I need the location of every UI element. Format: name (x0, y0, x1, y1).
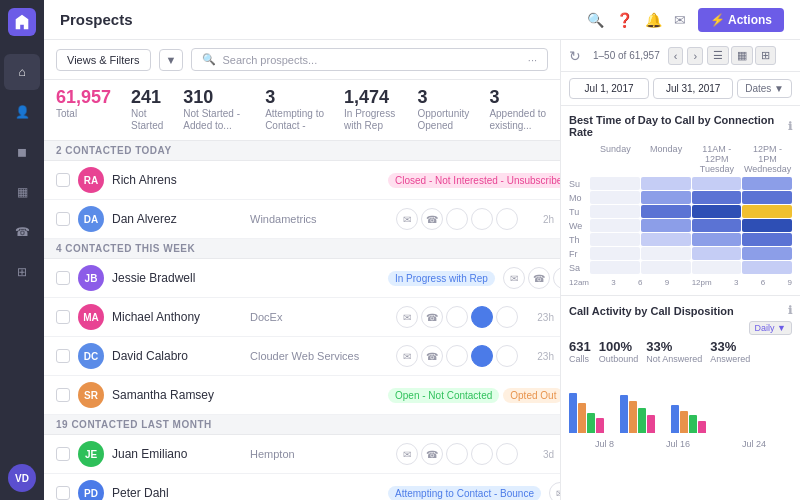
prospect-name[interactable]: Michael Anthony (112, 310, 242, 324)
action-btn-1[interactable]: ☎ (421, 443, 443, 465)
prospects-table: 2 CONTACTED TODAYRARich AhrensClosed - N… (44, 141, 560, 500)
sidebar-item-calls[interactable]: ☎ (4, 214, 40, 250)
action-btn-3[interactable] (471, 306, 493, 328)
sidebar-item-deals[interactable]: ◼ (4, 134, 40, 170)
table-row[interactable]: JBJessie BradwellIn Progress with Rep✉☎1… (44, 259, 560, 298)
sidebar-item-more1[interactable]: ⊞ (4, 254, 40, 290)
sidebar-item-home[interactable]: ⌂ (4, 54, 40, 90)
table-row[interactable]: JEJuan EmilianoHempton✉☎3d (44, 435, 560, 474)
prospect-avatar: SR (78, 382, 104, 408)
action-btn-0[interactable]: ✉ (549, 482, 560, 500)
prospect-name[interactable]: Dan Alverez (112, 212, 242, 226)
table-row[interactable]: DADan AlverezWindametrics✉☎2h (44, 200, 560, 239)
bar-segment (569, 393, 577, 433)
search-box[interactable]: 🔍 Search prospects... ··· (191, 48, 548, 71)
call-info-icon[interactable]: ℹ (788, 304, 792, 317)
heatmap-row-label: Tu (569, 205, 589, 218)
prospect-name[interactable]: Juan Emiliano (112, 447, 242, 461)
action-btn-3[interactable] (471, 208, 493, 230)
prospect-name[interactable]: Samantha Ramsey (112, 388, 242, 402)
prospect-name[interactable]: Jessie Bradwell (112, 271, 242, 285)
row-checkbox[interactable] (56, 271, 70, 285)
action-btn-2[interactable] (446, 208, 468, 230)
info-icon[interactable]: ℹ (788, 120, 792, 133)
filter-dropdown-button[interactable]: ▼ (159, 49, 184, 71)
action-btn-4[interactable] (496, 443, 518, 465)
table-row[interactable]: MAMichael AnthonyDocEx✉☎23h (44, 298, 560, 337)
row-checkbox[interactable] (56, 173, 70, 187)
row-checkbox[interactable] (56, 447, 70, 461)
action-btn-2[interactable] (553, 267, 560, 289)
heatmap-label-12pm: 12PM - 1PMWednesday (743, 144, 792, 174)
prospect-name[interactable]: Peter Dahl (112, 486, 242, 500)
action-btn-2[interactable] (446, 306, 468, 328)
app-logo[interactable] (8, 8, 36, 36)
search-icon[interactable]: 🔍 (587, 12, 604, 28)
action-btn-0[interactable]: ✉ (396, 306, 418, 328)
heatmap-label-sunday: Sunday (591, 144, 640, 174)
prospect-avatar: RA (78, 167, 104, 193)
table-row[interactable]: RARich AhrensClosed - Not Interested - U… (44, 161, 560, 200)
action-btn-1[interactable]: ☎ (528, 267, 550, 289)
bar-group (569, 393, 604, 433)
sidebar: ⌂ 👤 ◼ ▦ ☎ ⊞ VD (0, 0, 44, 500)
prospect-name[interactable]: Rich Ahrens (112, 173, 242, 187)
row-checkbox[interactable] (56, 349, 70, 363)
mail-icon[interactable]: ✉ (674, 12, 686, 28)
action-btn-1[interactable]: ☎ (421, 306, 443, 328)
bar-segment (671, 405, 679, 433)
action-btn-4[interactable] (496, 208, 518, 230)
bell-icon[interactable]: 🔔 (645, 12, 662, 28)
action-btn-0[interactable]: ✉ (396, 443, 418, 465)
heatmap-cell (692, 219, 742, 232)
row-checkbox[interactable] (56, 212, 70, 226)
help-icon[interactable]: ❓ (616, 12, 633, 28)
sidebar-item-people[interactable]: 👤 (4, 94, 40, 130)
prev-page-button[interactable]: ‹ (668, 47, 684, 65)
calendar-view-button[interactable]: ▦ (731, 46, 753, 65)
action-btn-1[interactable]: ☎ (421, 208, 443, 230)
heatmap-cell (742, 219, 792, 232)
action-btn-0[interactable]: ✉ (396, 345, 418, 367)
list-view-button[interactable]: ☰ (707, 46, 729, 65)
action-btn-0[interactable]: ✉ (503, 267, 525, 289)
prospect-avatar: DA (78, 206, 104, 232)
views-filters-button[interactable]: Views & Filters (56, 49, 151, 71)
prospect-name[interactable]: David Calabro (112, 349, 242, 363)
heatmap-cell (641, 219, 691, 232)
actions-button[interactable]: ⚡ Actions (698, 8, 784, 32)
date-start-button[interactable]: Jul 1, 2017 (569, 78, 649, 99)
action-btn-4[interactable] (496, 345, 518, 367)
bar-segment (587, 413, 595, 433)
stat-in-progress-label: In Progress with Rep (344, 108, 397, 132)
action-btn-3[interactable] (471, 345, 493, 367)
prospect-avatar: DC (78, 343, 104, 369)
row-checkbox[interactable] (56, 388, 70, 402)
user-avatar[interactable]: VD (8, 464, 36, 492)
table-row[interactable]: PDPeter DahlAttempting to Contact - Boun… (44, 474, 560, 500)
action-btn-3[interactable] (471, 443, 493, 465)
card-view-button[interactable]: ⊞ (755, 46, 776, 65)
table-row[interactable]: SRSamantha RamseyOpen - Not ContactedOpt… (44, 376, 560, 415)
row-checkbox[interactable] (56, 310, 70, 324)
stat-not-started: 241 Not Started (131, 88, 163, 132)
action-btn-4[interactable] (496, 306, 518, 328)
date-end-button[interactable]: Jul 31, 2017 (653, 78, 733, 99)
action-btn-2[interactable] (446, 345, 468, 367)
sidebar-item-analytics[interactable]: ▦ (4, 174, 40, 210)
refresh-button[interactable]: ↻ (569, 48, 581, 64)
call-stat-2: 33%Not Answered (646, 339, 702, 364)
row-checkbox[interactable] (56, 486, 70, 500)
daily-dropdown[interactable]: Daily ▼ (749, 321, 792, 335)
action-btn-0[interactable]: ✉ (396, 208, 418, 230)
action-btn-2[interactable] (446, 443, 468, 465)
call-stats: 631Calls100%Outbound33%Not Answered33%An… (569, 339, 792, 364)
action-btn-1[interactable]: ☎ (421, 345, 443, 367)
dates-dropdown[interactable]: Dates ▼ (737, 79, 792, 98)
pagination-bar: ↻ 1–50 of 61,957 ‹ › ☰ ▦ ⊞ (561, 40, 800, 72)
badge-container: Open - Not ContactedOpted Out (388, 388, 560, 403)
next-page-button[interactable]: › (687, 47, 703, 65)
table-row[interactable]: DCDavid CalabroClouder Web Services✉☎23h (44, 337, 560, 376)
heatmap-cell (641, 205, 691, 218)
row-time: 23h (526, 312, 554, 323)
